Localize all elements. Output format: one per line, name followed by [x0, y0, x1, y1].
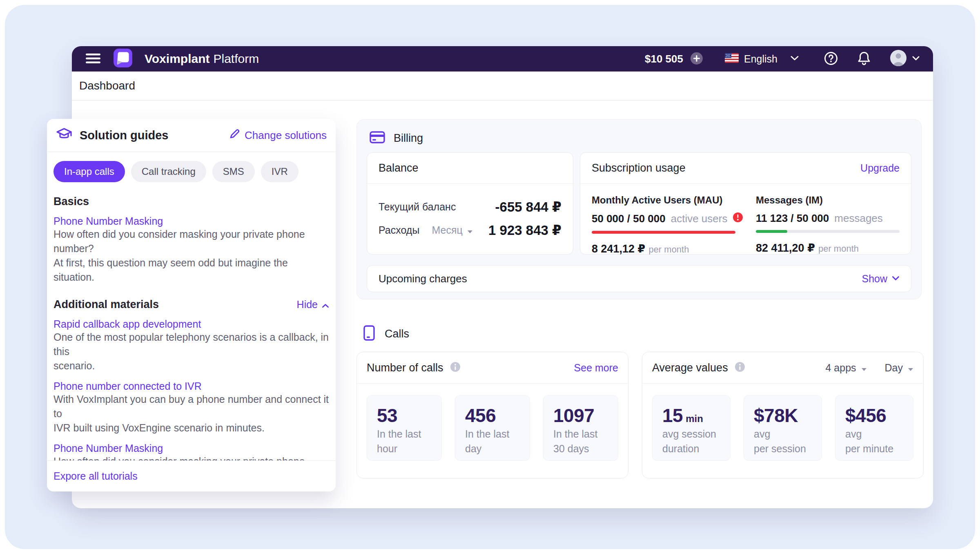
mau-usage-row: 50 000 / 50 000 active users — [592, 212, 735, 226]
tile-label: avg — [754, 427, 812, 441]
messages-name: Messages (IM) — [756, 194, 900, 206]
balance-title: Balance — [379, 162, 419, 174]
balance-card-header: Balance — [367, 153, 573, 184]
guide-link[interactable]: Phone Number Masking — [53, 442, 329, 454]
mau-name: Monthly Active Users (MAU) — [592, 194, 735, 206]
guide-link[interactable]: Rapid callback app development — [53, 318, 329, 330]
messages-price-value: 82 411,20 ₽ — [756, 242, 815, 254]
subscription-body: Monthly Active Users (MAU) 50 000 / 50 0… — [580, 184, 911, 255]
top-bar: Voximplant Platform $10 505 English — [72, 46, 933, 71]
mau-metric: Monthly Active Users (MAU) 50 000 / 50 0… — [592, 194, 735, 255]
subscription-title: Subscription usage — [592, 162, 686, 174]
solution-guides-header: Solution guides Change solutions — [47, 119, 336, 152]
tile-label: per minute — [845, 441, 903, 456]
calls-title: Calls — [385, 328, 409, 340]
period-filter[interactable]: Day — [885, 362, 913, 374]
mau-price-period: per month — [648, 244, 689, 255]
expenses-value: 1 923 843 ₽ — [488, 222, 561, 238]
brand-title: Voximplant Platform — [145, 52, 259, 66]
value-unit: min — [686, 413, 703, 424]
balance-card: Balance Текущий баланс -655 844 ₽ Расход… — [367, 152, 573, 255]
hamburger-menu-button[interactable] — [85, 52, 101, 66]
us-flag-icon — [725, 53, 739, 65]
solution-guides-body: Basics Phone Number Masking How often di… — [47, 185, 336, 460]
tile-label: duration — [662, 441, 720, 456]
guide-description: How often did you consider masking your … — [53, 227, 329, 256]
top-bar-right: $10 505 English — [645, 49, 920, 68]
solution-guides-title: Solution guides — [80, 129, 169, 142]
balance-body: Текущий баланс -655 844 ₽ Расходы Месяц … — [367, 184, 573, 242]
billing-cards-row: Balance Текущий баланс -655 844 ₽ Расход… — [367, 152, 911, 255]
number-of-calls-tiles: 53 In the last hour 456 In the last day … — [357, 384, 628, 472]
change-solutions-link[interactable]: Change solutions — [229, 128, 327, 143]
phone-icon — [363, 325, 376, 343]
tab-ivr[interactable]: IVR — [261, 161, 298, 182]
credit-card-icon — [369, 130, 385, 146]
subscription-usage-card: Subscription usage Upgrade Monthly Activ… — [580, 152, 911, 255]
explore-all-tutorials-link[interactable]: Expore all tutorials — [53, 470, 138, 482]
solution-tabs: In-app calls Call tracking SMS IVR — [47, 152, 336, 185]
plus-circle-icon — [690, 51, 704, 67]
current-balance-value: -655 844 ₽ — [495, 199, 561, 215]
user-menu[interactable] — [890, 49, 920, 68]
messages-progress-bar — [756, 230, 900, 233]
upcoming-charges-card: Upcoming charges Show — [367, 265, 911, 292]
messages-metric: Messages (IM) 11 123 / 50 000 messages 8… — [756, 194, 900, 255]
billing-title: Billing — [394, 132, 423, 145]
account-balance: $10 505 — [645, 53, 683, 65]
tab-sms[interactable]: SMS — [212, 161, 255, 182]
hide-label: Hide — [297, 299, 318, 311]
solution-guides-panel: Solution guides Change solutions In-app … — [47, 119, 336, 491]
chevron-down-icon — [892, 275, 900, 282]
expenses-label: Расходы — [379, 224, 419, 236]
tile-label: In the last — [553, 427, 608, 441]
period-select[interactable]: Месяц — [432, 224, 472, 236]
help-button[interactable] — [824, 51, 838, 67]
tile-label: In the last — [465, 427, 520, 441]
add-funds-button[interactable] — [690, 51, 704, 67]
guide-description: With VoxImplant you can buy a phone numb… — [53, 392, 329, 421]
avatar — [890, 49, 907, 68]
alert-icon — [733, 212, 743, 226]
caret-down-icon — [467, 224, 473, 236]
calls-cards-row: Number of calls See more 53 In the last … — [356, 352, 922, 478]
avg-per-session-tile: $78K avg per session — [744, 395, 822, 461]
upcoming-charges-toggle[interactable]: Show — [862, 273, 900, 285]
breadcrumb: Dashboard — [79, 79, 135, 92]
messages-progress-fill — [756, 230, 787, 233]
avg-session-duration-value: 15min — [662, 404, 720, 427]
help-icon — [824, 51, 838, 67]
calls-last-30-days-tile: 1097 In the last 30 days — [543, 395, 618, 461]
pencil-icon — [229, 128, 240, 143]
see-more-link[interactable]: See more — [574, 362, 618, 374]
messages-usage-row: 11 123 / 50 000 messages — [756, 212, 900, 225]
calls-last-day-tile: 456 In the last day — [455, 395, 530, 461]
tile-label: 30 days — [553, 441, 608, 456]
mau-price-value: 8 241,12 ₽ — [592, 243, 645, 255]
brand-name: Voximplant — [145, 52, 209, 66]
guide-link[interactable]: Phone number connected to IVR — [53, 380, 329, 392]
hide-toggle[interactable]: Hide — [297, 299, 329, 311]
upgrade-link[interactable]: Upgrade — [860, 162, 900, 174]
apps-filter[interactable]: 4 apps — [825, 362, 866, 374]
tile-label: per session — [754, 441, 812, 456]
chevron-down-icon — [790, 55, 799, 63]
guide-description: scenario. — [53, 359, 329, 373]
billing-header: Billing — [369, 129, 911, 147]
number-of-calls-card: Number of calls See more 53 In the last … — [356, 352, 628, 478]
change-solutions-label: Change solutions — [245, 129, 327, 142]
notifications-button[interactable] — [857, 51, 871, 67]
language-selector[interactable]: English — [725, 53, 799, 65]
info-icon — [450, 361, 461, 374]
calls-last-30-days-value: 1097 — [553, 404, 608, 427]
info-icon — [734, 361, 746, 374]
calls-last-hour-value: 53 — [377, 404, 432, 427]
chevron-down-icon — [912, 55, 920, 63]
number-of-calls-header: Number of calls See more — [357, 352, 628, 384]
avg-per-session-value: $78K — [754, 404, 812, 427]
caret-down-icon — [861, 362, 867, 374]
tab-in-app-calls[interactable]: In-app calls — [53, 161, 125, 182]
average-values-tiles: 15min avg session duration $78K avg per … — [642, 384, 923, 472]
tab-call-tracking[interactable]: Call tracking — [131, 161, 206, 182]
guide-link[interactable]: Phone Number Masking — [53, 215, 329, 227]
